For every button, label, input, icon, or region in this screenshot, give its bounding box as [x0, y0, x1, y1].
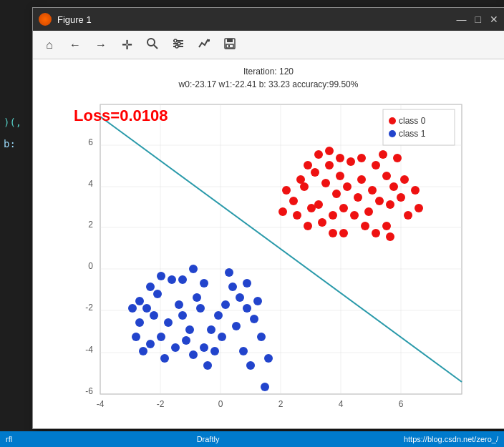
svg-point-96	[354, 193, 362, 202]
back-icon: ←	[69, 39, 81, 51]
title-bar: Figure 1 — □ ✕	[33, 8, 504, 31]
minimize-button[interactable]: —	[457, 14, 467, 24]
svg-point-6	[178, 42, 180, 45]
svg-point-124	[336, 154, 344, 162]
svg-point-107	[329, 211, 337, 220]
svg-point-134	[386, 232, 394, 241]
zoom-button[interactable]	[142, 35, 163, 55]
app-icon	[39, 13, 52, 26]
svg-point-102	[382, 172, 391, 180]
svg-text:6: 6	[88, 137, 93, 147]
svg-point-86	[253, 297, 262, 305]
restore-button[interactable]: □	[475, 14, 481, 24]
plot-container: Iteration: 120 w0:-23.17 w1:-22.41 b: 33…	[33, 59, 504, 428]
svg-point-59	[214, 311, 223, 320]
figure-window: Figure 1 — □ ✕ ⌂ ← → ✛	[32, 7, 504, 429]
svg-point-71	[203, 361, 212, 370]
svg-point-7	[175, 45, 178, 48]
svg-point-58	[207, 325, 215, 334]
svg-text:-6: -6	[85, 386, 93, 396]
svg-point-65	[257, 333, 266, 341]
svg-point-63	[243, 304, 251, 313]
svg-point-82	[200, 279, 208, 288]
scatter-plot: -4 -2 0 2 4 6 -6 -4 -2 0 2 4 6	[61, 94, 476, 423]
save-button[interactable]	[219, 35, 241, 55]
home-button[interactable]: ⌂	[39, 35, 60, 55]
svg-point-73	[193, 293, 201, 302]
svg-point-101	[372, 161, 380, 170]
svg-point-106	[339, 204, 348, 212]
svg-point-103	[389, 182, 398, 191]
svg-text:2: 2	[88, 220, 93, 230]
pan-button[interactable]: ✛	[116, 35, 137, 55]
svg-point-129	[361, 222, 369, 230]
plot-title: Iteration: 120 w0:-23.17 w1:-22.41 b: 33…	[179, 65, 359, 91]
svg-point-112	[289, 197, 298, 205]
svg-point-95	[343, 182, 352, 191]
svg-point-120	[379, 150, 387, 159]
svg-point-113	[278, 207, 287, 216]
forward-icon: →	[95, 39, 107, 51]
svg-point-138	[389, 130, 396, 137]
svg-point-79	[218, 333, 226, 341]
svg-text:-4: -4	[85, 345, 93, 355]
svg-point-81	[189, 265, 198, 273]
forward-button[interactable]: →	[90, 35, 112, 55]
svg-text:6: 6	[399, 399, 404, 409]
svg-point-89	[311, 168, 319, 177]
svg-point-44	[164, 318, 173, 327]
pan-icon: ✛	[122, 37, 132, 53]
svg-point-99	[375, 197, 384, 205]
svg-point-0	[147, 39, 155, 46]
svg-point-74	[128, 304, 137, 313]
svg-point-126	[314, 150, 323, 159]
svg-point-54	[171, 343, 180, 352]
status-right: https://blog.csdn.net/zero_/	[404, 435, 498, 443]
svg-point-78	[261, 383, 269, 391]
svg-point-128	[296, 175, 305, 184]
svg-point-90	[321, 179, 330, 187]
settings-button[interactable]	[168, 35, 189, 55]
svg-point-51	[135, 318, 144, 327]
svg-point-130	[372, 229, 380, 237]
svg-point-66	[239, 347, 248, 355]
chart-button[interactable]	[193, 35, 215, 55]
svg-rect-135	[383, 109, 455, 145]
window-title: Figure 1	[57, 14, 451, 25]
svg-point-53	[160, 354, 169, 363]
svg-point-94	[336, 172, 344, 180]
svg-point-118	[411, 186, 420, 195]
svg-point-52	[146, 340, 155, 348]
window-controls: — □ ✕	[457, 14, 498, 24]
svg-point-67	[246, 361, 255, 370]
svg-point-93	[325, 161, 334, 170]
zoom-icon	[146, 37, 159, 53]
status-left: rfl	[6, 435, 12, 443]
svg-rect-11	[228, 45, 230, 47]
svg-point-91	[332, 190, 341, 198]
svg-point-48	[178, 311, 187, 320]
svg-point-108	[318, 218, 326, 227]
svg-point-116	[404, 211, 412, 220]
status-center: Draftly	[19, 435, 397, 443]
svg-point-60	[221, 300, 230, 309]
svg-point-133	[329, 229, 337, 237]
back-button[interactable]: ←	[64, 35, 86, 55]
svg-point-97	[357, 175, 366, 184]
svg-line-1	[154, 45, 158, 49]
svg-text:class 1: class 1	[399, 129, 426, 139]
svg-point-111	[293, 211, 301, 220]
close-button[interactable]: ✕	[490, 14, 498, 24]
svg-text:4: 4	[88, 179, 93, 189]
plot-toolbar: ⌂ ← → ✛	[33, 31, 504, 59]
svg-point-104	[386, 200, 394, 209]
svg-point-110	[304, 222, 312, 230]
chart-icon	[198, 37, 210, 53]
svg-point-123	[346, 157, 355, 166]
svg-point-109	[307, 204, 316, 212]
svg-point-57	[200, 343, 208, 352]
svg-text:0: 0	[218, 399, 223, 409]
svg-point-100	[364, 207, 373, 216]
svg-text:4: 4	[339, 399, 344, 409]
svg-point-46	[157, 333, 165, 341]
